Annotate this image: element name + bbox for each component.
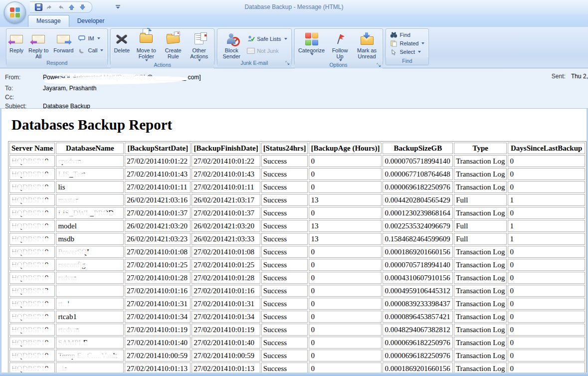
sent-value: Thu 2,: [571, 73, 588, 80]
related-button[interactable]: Related: [389, 39, 426, 48]
table-cell: Success: [261, 324, 308, 336]
table-cell: 1: [508, 233, 585, 245]
office-button[interactable]: [4, 1, 26, 23]
table-cell: Transaction Log: [454, 285, 507, 297]
window-title: Database Backup - Message (HTML): [0, 3, 588, 10]
select-button[interactable]: Select: [389, 48, 426, 56]
table-cell: 27/02/201410:01:25: [125, 259, 191, 271]
select-dropdown-caret: [418, 51, 421, 53]
ribbon: Reply Reply to All Forward IM: [0, 27, 588, 68]
table-row: HQDBSP10rssconfig27/02/201410:01:2527/02…: [9, 259, 585, 271]
follow-up-icon: [335, 31, 346, 46]
follow-up-button[interactable]: Follow Up: [328, 30, 353, 61]
create-rule-button[interactable]: Create Rule: [161, 30, 185, 61]
table-cell: .: [56, 285, 124, 297]
table-cell: HQDBSP10: [9, 311, 55, 323]
table-cell: 13: [309, 220, 382, 232]
table-cell: 13: [309, 194, 382, 206]
ribbon-group-actions: Delete Move to Folder Create Rule: [110, 28, 214, 65]
reply-button[interactable]: Reply: [8, 30, 25, 59]
report-header-row: Server NameDatabaseName[BackupStartDate]…: [9, 143, 585, 154]
group-label-respond: Respond: [6, 59, 107, 67]
table-cell: 27/02/201410:01:11: [125, 181, 191, 193]
table-cell: 1: [508, 194, 585, 206]
move-to-folder-button[interactable]: Move to Folder: [132, 30, 161, 61]
table-cell: Transaction Log: [454, 311, 507, 323]
to-value: Jayaram, Prashanth: [43, 84, 96, 93]
table-cell: 27/02/201410:01:31: [192, 298, 260, 310]
table-cell: 0: [508, 285, 585, 297]
call-button[interactable]: Call: [76, 46, 105, 55]
table-cell: 0: [508, 181, 585, 193]
window-bottom-border: [0, 373, 588, 376]
tab-message[interactable]: Message: [28, 15, 69, 27]
delete-icon: [116, 31, 128, 46]
table-cell: 26/02/201421:03:16: [125, 194, 191, 206]
table-cell: 27/02/201410:01:16: [125, 285, 191, 297]
report-table-body: HQDBSP10cpsdvm27/02/201410:01:2227/02/20…: [9, 155, 585, 374]
table-cell: Transaction Log: [454, 337, 507, 349]
table-row: HQDBSP10model26/02/201421:03:2026/02/201…: [9, 220, 585, 232]
ribbon-group-options: Categorize Follow Up Mark as Unread Opti…: [294, 28, 383, 65]
reply-all-icon: [32, 31, 45, 46]
table-cell: 0.0000705718994140: [383, 155, 453, 167]
reply-icon: [10, 31, 23, 46]
ribbon-group-respond: Reply Reply to All Forward IM: [6, 28, 108, 65]
table-row: HQDBSP10LIS_Test27/02/201410:01:4327/02/…: [9, 168, 585, 180]
table-cell: 0: [309, 324, 382, 336]
table-cell: Success: [261, 298, 308, 310]
reply-to-all-button[interactable]: Reply to All: [25, 30, 51, 59]
forward-button[interactable]: Forward: [52, 30, 75, 59]
forward-icon: [57, 31, 70, 46]
mark-as-unread-button[interactable]: Mark as Unread: [353, 30, 381, 61]
table-cell: Success: [261, 246, 308, 258]
options-dialog-launcher-icon[interactable]: [376, 62, 382, 68]
table-cell: Transaction Log: [454, 207, 507, 219]
tab-developer[interactable]: Developer: [69, 15, 113, 27]
table-cell: 27/02/201410:01:08: [192, 246, 260, 258]
table-cell: 0.0000696182250976: [383, 337, 453, 349]
from-label: From:: [5, 73, 43, 82]
to-label: To:: [5, 84, 43, 93]
from-value: PowerSQL Automated Mail [PowerSQL@______…: [43, 73, 201, 82]
table-cell: rtcdvm: [56, 324, 124, 336]
column-header: DatabaseName: [56, 143, 124, 154]
column-header: BackupSizeGB: [383, 143, 453, 154]
table-cell: 0: [508, 155, 585, 167]
table-cell: 27/02/201410:01:40: [125, 337, 191, 349]
find-button[interactable]: Find: [389, 31, 426, 39]
table-cell: 0.0044202804565429: [383, 194, 453, 206]
from-row: From: PowerSQL Automated Mail [PowerSQL@…: [5, 73, 588, 82]
delete-button[interactable]: Delete: [112, 30, 131, 61]
ribbon-group-junk: Block Sender Safe Lists Not Junk Junk E-…: [217, 28, 291, 65]
table-cell: HQDBSP10: [9, 207, 55, 219]
to-row: To: Jayaram, Prashanth: [5, 84, 588, 93]
table-cell: 26/02/201421:03:17: [192, 194, 260, 206]
block-sender-button[interactable]: Block Sender: [219, 30, 244, 59]
table-cell: Full: [454, 233, 507, 245]
table-cell: HQDBSP10: [9, 363, 55, 374]
categorize-button[interactable]: Categorize: [296, 30, 327, 61]
table-cell: Success: [261, 233, 308, 245]
table-cell: Full: [454, 194, 507, 206]
not-junk-button[interactable]: Not Junk: [245, 47, 288, 55]
table-cell: 0: [309, 155, 382, 167]
table-cell: HQDBSP10: [9, 181, 55, 193]
table-cell: 0: [508, 259, 585, 271]
im-button[interactable]: IM: [76, 34, 105, 42]
table-cell: 27/02/201410:01:22: [125, 155, 191, 167]
table-cell: HQDBSP10: [9, 259, 55, 271]
column-header: Server Name: [9, 143, 55, 154]
safe-lists-button[interactable]: Safe Lists: [245, 34, 288, 43]
find-icon: [390, 32, 398, 38]
table-cell: 27/02/201410:01:34: [192, 311, 260, 323]
table-cell: Success: [261, 311, 308, 323]
table-cell: 13: [309, 233, 382, 245]
safe-lists-icon: [247, 35, 255, 42]
related-icon: [390, 40, 398, 47]
table-cell: HQDBSP10: [9, 155, 55, 167]
other-actions-button[interactable]: Other Actions: [186, 30, 212, 61]
table-row: HQDBSP10rtcab127/02/201410:01:3427/02/20…: [9, 311, 585, 323]
junk-dialog-launcher-icon[interactable]: [285, 60, 290, 66]
table-cell: msdb: [56, 233, 124, 245]
